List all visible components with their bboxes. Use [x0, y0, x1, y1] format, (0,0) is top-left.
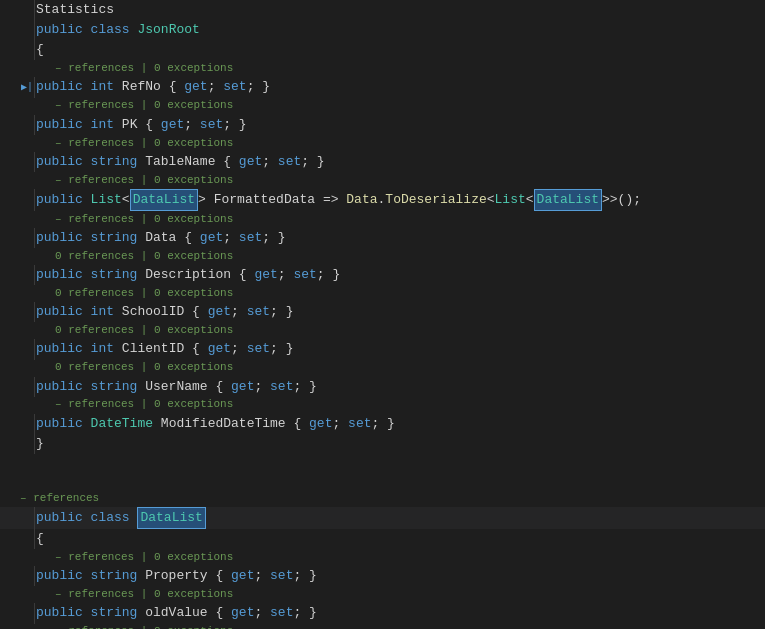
- kw-int: int: [91, 77, 122, 97]
- line-formatteddata: public List<DataList> FormattedData => D…: [0, 189, 765, 211]
- hint-pk: – references | 0 exceptions: [0, 98, 765, 115]
- hint-formatteddata: – references | 0 exceptions: [0, 172, 765, 189]
- line-property: public string Property { get; set; }: [0, 566, 765, 586]
- prop-refno: RefNo {: [122, 77, 184, 97]
- line-clientid: public int ClientID { get; set; }: [0, 339, 765, 359]
- hint-text-username: 0 references | 0 exceptions: [55, 360, 233, 375]
- datalist-class-highlight: DataList: [137, 507, 205, 529]
- close-brace: }: [36, 434, 44, 454]
- hint-text-modifieddatetime: – references | 0 exceptions: [55, 397, 233, 412]
- open-brace-datalist: {: [0, 529, 765, 549]
- class-keyword: class: [91, 20, 138, 40]
- hint-clientid: 0 references | 0 exceptions: [0, 322, 765, 339]
- public-keyword: public: [36, 20, 91, 40]
- hint-text-schoolid: 0 references | 0 exceptions: [55, 286, 233, 301]
- hint-text-pk: – references | 0 exceptions: [55, 98, 233, 113]
- class-declaration-datalist: public class DataList: [0, 507, 765, 529]
- hint-datalist-class: – references: [0, 490, 765, 507]
- close-brace-jsonroot: }: [0, 434, 765, 454]
- hint-text-formatteddata: – references | 0 exceptions: [55, 173, 233, 188]
- hint-property: – references | 0 exceptions: [0, 549, 765, 566]
- line-tablename: public string TableName { get; set; }: [0, 152, 765, 172]
- line-schoolid: public int SchoolID { get; set; }: [0, 302, 765, 322]
- hint-schoolid: 0 references | 0 exceptions: [0, 285, 765, 302]
- hint-newvalue: – references | 0 exceptions: [0, 624, 765, 629]
- open-brace: {: [36, 40, 44, 60]
- hint-modifieddatetime: – references | 0 exceptions: [0, 397, 765, 414]
- line-oldvalue: public string oldValue { get; set; }: [0, 603, 765, 623]
- kw-public: public: [36, 77, 91, 97]
- section-break: [0, 454, 765, 472]
- hint-text-datalist-class: – references: [20, 491, 99, 506]
- datalist-highlight-2: DataList: [534, 189, 602, 211]
- hint-username: 0 references | 0 exceptions: [0, 360, 765, 377]
- class-statistics: Statistics: [0, 0, 765, 20]
- line-modifieddatetime: public DateTime ModifiedDateTime { get; …: [0, 414, 765, 434]
- hint-text-data: – references | 0 exceptions: [55, 212, 233, 227]
- datalist-highlight-1: DataList: [130, 189, 198, 211]
- hint-text-oldvalue: – references | 0 exceptions: [55, 587, 233, 602]
- hint-text-tablename: – references | 0 exceptions: [55, 136, 233, 151]
- code-editor: Statistics public class JsonRoot { – ref…: [0, 0, 765, 629]
- hint-tablename: – references | 0 exceptions: [0, 135, 765, 152]
- hint-oldvalue: – references | 0 exceptions: [0, 586, 765, 603]
- hint-description: 0 references | 0 exceptions: [0, 248, 765, 265]
- hint-text-refno: – references | 0 exceptions: [55, 61, 233, 76]
- line-refno: ▶| public int RefNo { get; set; }: [0, 77, 765, 97]
- class-name-jsonroot: JsonRoot: [137, 20, 199, 40]
- open-brace-jsonroot: {: [0, 40, 765, 60]
- line-pk: public int PK { get; set; }: [0, 115, 765, 135]
- line-data: public string Data { get; set; }: [0, 228, 765, 248]
- arrow-refno[interactable]: ▶|: [21, 80, 33, 96]
- hint-text-clientid: 0 references | 0 exceptions: [55, 323, 233, 338]
- section-break-2: [0, 472, 765, 490]
- hint-data: – references | 0 exceptions: [0, 211, 765, 228]
- hint-text-description: 0 references | 0 exceptions: [55, 249, 233, 264]
- hint-refno: – references | 0 exceptions: [0, 60, 765, 77]
- statistics-label: Statistics: [36, 0, 114, 20]
- line-description: public string Description { get; set; }: [0, 265, 765, 285]
- hint-text-newvalue: – references | 0 exceptions: [55, 624, 233, 629]
- class-declaration-jsonroot: public class JsonRoot: [0, 20, 765, 40]
- kw-set: set: [223, 77, 246, 97]
- kw-get: get: [184, 77, 207, 97]
- line-username: public string UserName { get; set; }: [0, 377, 765, 397]
- hint-text-property: – references | 0 exceptions: [55, 550, 233, 565]
